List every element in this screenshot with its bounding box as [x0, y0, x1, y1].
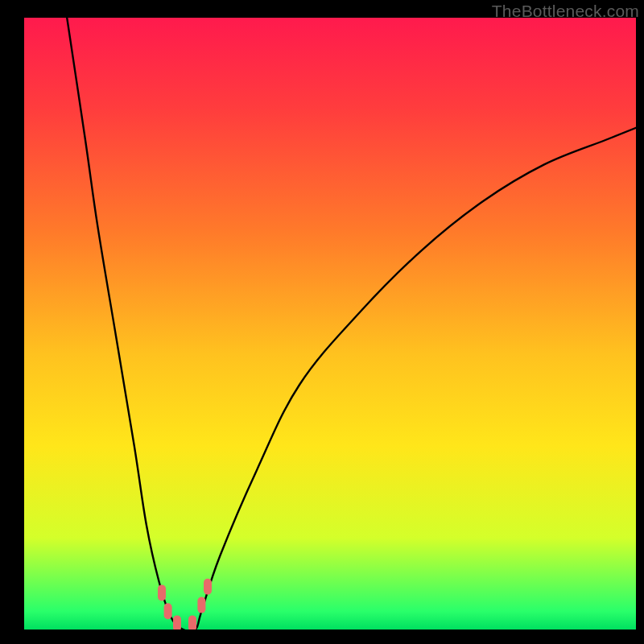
curve-marker [197, 597, 205, 613]
curve-marker [164, 603, 172, 619]
watermark-text: TheBottleneck.com [492, 2, 639, 21]
curve-marker [188, 615, 196, 630]
bottleneck-curve [67, 18, 636, 630]
curve-marker [204, 579, 212, 595]
curve-marker [173, 615, 181, 630]
chart-frame: TheBottleneck.com [0, 0, 644, 644]
curve-layer [24, 18, 636, 630]
curve-marker [158, 584, 166, 601]
curve-markers [158, 579, 212, 630]
plot-area [24, 18, 636, 630]
